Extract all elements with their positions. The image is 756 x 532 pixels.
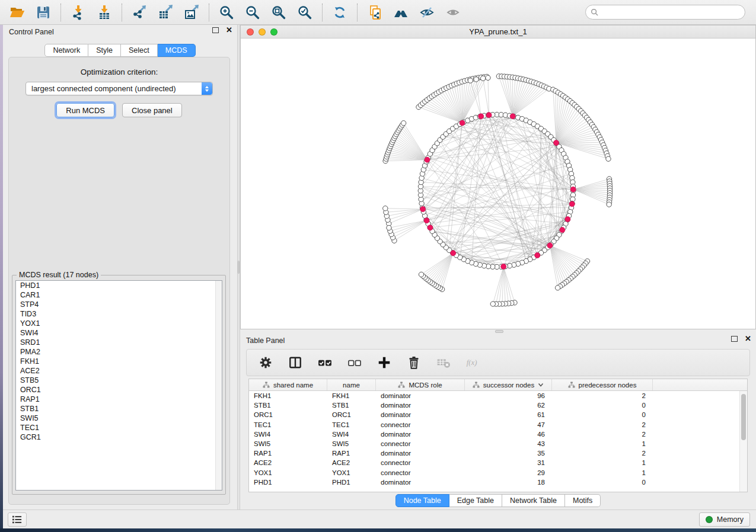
table-row[interactable]: SWI4SWI4dominator462	[249, 430, 747, 439]
control-panel: Control Panel ✕ NetworkStyleSelectMCDS O…	[3, 25, 237, 509]
run-mcds-button[interactable]: Run MCDS	[56, 103, 114, 117]
toolbar-group-layout	[322, 4, 357, 21]
mcds-result-item[interactable]: ORC1	[16, 385, 222, 395]
vertical-splitter-handle[interactable]	[238, 261, 240, 274]
network-canvas[interactable]	[241, 39, 755, 329]
tab-node-table[interactable]: Node Table	[395, 494, 449, 507]
column-header-name[interactable]: name	[327, 379, 376, 390]
hide-selected-icon[interactable]	[419, 4, 435, 21]
export-table-icon[interactable]	[157, 4, 174, 21]
close-window-icon[interactable]	[247, 28, 254, 36]
mcds-result-item[interactable]: CAR1	[16, 290, 222, 300]
table-row[interactable]: PHD1PHD1dominator180	[249, 477, 747, 487]
memory-status-icon	[706, 516, 713, 523]
open-session-icon[interactable]	[9, 4, 25, 21]
function-builder-icon[interactable]: f(x)	[466, 355, 480, 370]
delete-table-icon[interactable]	[436, 355, 451, 370]
zoom-out-icon[interactable]	[244, 4, 261, 21]
mcds-result-item[interactable]: PMA2	[16, 347, 222, 357]
task-history-button[interactable]	[8, 512, 27, 527]
mcds-result-item[interactable]: STB1	[16, 404, 222, 414]
table-row[interactable]: FKH1FKH1dominator962	[249, 391, 747, 400]
mcds-result-item[interactable]: TEC1	[16, 423, 222, 432]
import-table-icon[interactable]	[96, 4, 113, 21]
table-settings-icon[interactable]	[259, 355, 273, 370]
mcds-result-item[interactable]: SWI5	[16, 414, 222, 423]
table-row[interactable]: YOX1YOX1connector291	[249, 468, 747, 477]
table-row[interactable]: TEC1TEC1connector472	[249, 420, 747, 430]
show-columns-icon[interactable]	[288, 355, 302, 370]
cell-mcds-role: dominator	[376, 479, 465, 486]
column-header-predecessor-nodes[interactable]: predecessor nodes	[552, 379, 653, 390]
column-header-shared-name[interactable]: shared name	[249, 379, 327, 390]
mcds-result-item[interactable]: SRD1	[16, 338, 222, 347]
close-panel-icon[interactable]: ✕	[226, 27, 232, 33]
mcds-result-item[interactable]: PHD1	[16, 281, 222, 290]
minimize-window-icon[interactable]	[259, 28, 266, 36]
cell-shared-name: YOX1	[249, 469, 327, 476]
toolbar-group-export	[122, 4, 209, 21]
mcds-result-item[interactable]: STP4	[16, 300, 222, 309]
mcds-result-item[interactable]: TID3	[16, 309, 222, 319]
float-panel-icon[interactable]	[212, 27, 219, 33]
network-from-selection-icon[interactable]	[366, 4, 383, 21]
zoom-selected-icon[interactable]	[296, 4, 313, 21]
desktop-wallpaper-strip	[0, 528, 756, 532]
search-network-icon[interactable]	[393, 4, 409, 21]
column-header-MCDS-role[interactable]: MCDS role	[376, 379, 465, 390]
horizontal-splitter[interactable]	[240, 329, 756, 334]
table-scrollbar[interactable]	[739, 391, 747, 492]
table-row[interactable]: ORC1ORC1dominator610	[249, 410, 747, 419]
zoom-fit-icon[interactable]	[270, 4, 287, 21]
tab-network-table[interactable]: Network Table	[502, 494, 565, 507]
table-row[interactable]: SWI5SWI5connector431	[249, 439, 747, 448]
table-row[interactable]: RAP1RAP1dominator352	[249, 448, 747, 458]
maximize-window-icon[interactable]	[270, 28, 277, 36]
close-panel-button[interactable]: Close panel	[122, 103, 182, 117]
mcds-result-item[interactable]: SWI4	[16, 328, 222, 338]
network-graph[interactable]	[241, 39, 755, 329]
mcds-result-list[interactable]: PHD1CAR1STP4TID3YOX1SWI4SRD1PMA2FKH1ACE2…	[15, 280, 222, 491]
mcds-result-item[interactable]: STB5	[16, 376, 222, 385]
criterion-select[interactable]: largest connected component (undirected)	[25, 82, 213, 95]
select-all-checkboxes-icon[interactable]	[318, 355, 332, 370]
tab-network[interactable]: Network	[44, 44, 88, 57]
cell-shared-name: FKH1	[249, 392, 327, 399]
tab-edge-table[interactable]: Edge Table	[449, 494, 502, 507]
export-image-icon[interactable]	[183, 4, 200, 21]
add-row-icon[interactable]	[377, 355, 391, 370]
mcds-list-scrollbar[interactable]	[215, 281, 222, 490]
cell-name: STB1	[327, 402, 376, 409]
import-network-icon[interactable]	[70, 4, 87, 21]
cell-predecessor-nodes: 2	[552, 421, 653, 428]
table-row[interactable]: STB1STB1dominator620	[249, 400, 747, 410]
show-all-icon[interactable]	[445, 4, 461, 21]
search-input[interactable]	[585, 5, 745, 20]
tab-motifs[interactable]: Motifs	[565, 494, 601, 507]
mcds-result-item[interactable]: RAP1	[16, 395, 222, 404]
mcds-result-item[interactable]: YOX1	[16, 319, 222, 328]
cell-shared-name: SWI5	[249, 440, 327, 447]
cell-name: SWI4	[327, 431, 376, 438]
export-network-icon[interactable]	[131, 4, 148, 21]
column-header-successor-nodes[interactable]: successor nodes	[465, 379, 552, 390]
refresh-layout-icon[interactable]	[331, 4, 348, 21]
mcds-result-item[interactable]: ACE2	[16, 366, 222, 376]
float-table-panel-icon[interactable]	[731, 336, 738, 342]
table-row[interactable]: ACE2ACE2connector311	[249, 458, 747, 467]
save-session-icon[interactable]	[35, 4, 52, 21]
mcds-result-item[interactable]: GCR1	[16, 432, 222, 442]
deselect-all-checkboxes-icon[interactable]	[347, 355, 362, 370]
close-table-panel-icon[interactable]: ✕	[745, 336, 751, 342]
tab-mcds[interactable]: MCDS	[158, 44, 196, 57]
tab-select[interactable]: Select	[121, 44, 158, 57]
cell-name: PHD1	[327, 479, 376, 486]
mcds-result-item[interactable]: FKH1	[16, 357, 222, 366]
horizontal-splitter-handle[interactable]	[495, 330, 503, 333]
memory-button[interactable]: Memory	[699, 512, 750, 527]
table-scrollbar-thumb[interactable]	[741, 394, 746, 440]
zoom-in-icon[interactable]	[218, 4, 235, 21]
network-title: YPA_prune.txt_1	[469, 27, 527, 36]
delete-row-icon[interactable]	[407, 355, 421, 370]
tab-style[interactable]: Style	[88, 44, 121, 57]
